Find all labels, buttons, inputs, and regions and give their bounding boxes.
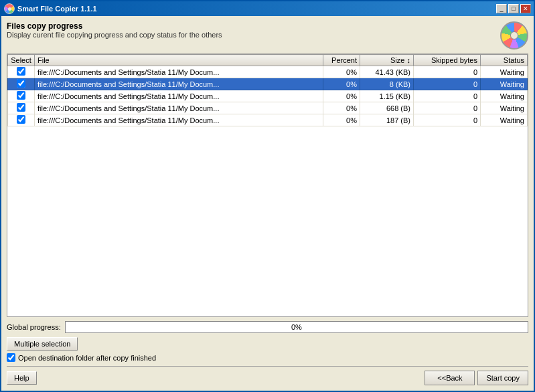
row-status: Waiting — [481, 90, 528, 102]
row-checkbox[interactable] — [17, 91, 25, 100]
window-title: Smart File Copier 1.1.1 — [17, 5, 97, 13]
row-checkbox[interactable] — [17, 115, 25, 124]
maximize-button[interactable]: □ — [508, 4, 519, 13]
bottom-buttons-row: Help <<Back Start copy — [7, 366, 528, 385]
table-header: Select File Percent Size ↕ Skipped bytes… — [8, 55, 528, 66]
start-copy-button[interactable]: Start copy — [477, 371, 528, 385]
row-checkbox[interactable] — [17, 67, 25, 76]
back-button[interactable]: <<Back — [425, 371, 475, 385]
row-size: 41.43 (KB) — [360, 66, 414, 78]
row-size: 187 (B) — [360, 114, 414, 126]
files-table-container: Select File Percent Size ↕ Skipped bytes… — [7, 54, 528, 317]
col-size: Size ↕ — [360, 55, 414, 66]
multiple-selection-button[interactable]: Multiple selection — [7, 337, 78, 351]
row-percent: 0% — [323, 78, 360, 90]
multi-select-row: Multiple selection — [7, 337, 528, 351]
cd-hole — [510, 31, 518, 39]
row-status: Waiting — [481, 78, 528, 90]
bottom-area: Global progress: 0% Multiple selection O… — [7, 321, 528, 385]
page-subtitle: Display curent file copying progress and… — [7, 31, 222, 39]
row-file: file:///C:/Documents and Settings/Statia… — [35, 78, 323, 90]
row-size: 8 (KB) — [360, 78, 414, 90]
row-skipped: 0 — [414, 66, 481, 78]
row-skipped: 0 — [414, 90, 481, 102]
progress-label: Global progress: — [7, 323, 61, 331]
title-buttons: _ □ ✕ — [496, 4, 531, 13]
row-skipped: 0 — [414, 102, 481, 114]
row-file: file:///C:/Documents and Settings/Statia… — [35, 114, 323, 126]
table-row[interactable]: file:///C:/Documents and Settings/Statia… — [8, 114, 528, 126]
title-bar-left: Smart File Copier 1.1.1 — [4, 3, 97, 14]
row-size: 1.15 (KB) — [360, 90, 414, 102]
row-percent: 0% — [323, 114, 360, 126]
row-status: Waiting — [481, 66, 528, 78]
row-skipped: 0 — [414, 114, 481, 126]
app-icon — [4, 3, 15, 14]
progress-row: Global progress: 0% — [7, 321, 528, 333]
open-dest-checkbox[interactable] — [7, 353, 15, 362]
row-file: file:///C:/Documents and Settings/Statia… — [35, 66, 323, 78]
row-percent: 0% — [323, 102, 360, 114]
col-select: Select — [8, 55, 35, 66]
col-percent: Percent — [323, 55, 360, 66]
col-skipped: Skipped bytes — [414, 55, 481, 66]
open-dest-row: Open destination folder after copy finis… — [7, 353, 528, 362]
progress-bar-container: 0% — [65, 321, 528, 333]
row-percent: 0% — [323, 90, 360, 102]
header-icon — [500, 21, 528, 50]
help-button[interactable]: Help — [7, 371, 37, 385]
col-file: File — [35, 55, 323, 66]
row-checkbox[interactable] — [17, 103, 25, 112]
bottom-right-buttons: <<Back Start copy — [425, 371, 528, 385]
minimize-button[interactable]: _ — [496, 4, 507, 13]
header-text: Files copy progress Display curent file … — [7, 21, 222, 39]
table-row[interactable]: file:///C:/Documents and Settings/Statia… — [8, 102, 528, 114]
table-row[interactable]: file:///C:/Documents and Settings/Statia… — [8, 78, 528, 90]
table-body: file:///C:/Documents and Settings/Statia… — [8, 66, 528, 126]
open-dest-label: Open destination folder after copy finis… — [18, 354, 156, 362]
row-size: 668 (B) — [360, 102, 414, 114]
row-skipped: 0 — [414, 78, 481, 90]
title-bar: Smart File Copier 1.1.1 _ □ ✕ — [1, 1, 534, 16]
table-row[interactable]: file:///C:/Documents and Settings/Statia… — [8, 90, 528, 102]
row-status: Waiting — [481, 102, 528, 114]
header-area: Files copy progress Display curent file … — [7, 21, 528, 50]
row-status: Waiting — [481, 114, 528, 126]
col-status: Status — [481, 55, 528, 66]
content-area: Files copy progress Display curent file … — [1, 16, 534, 391]
progress-bar-text: 0% — [66, 322, 528, 332]
files-table: Select File Percent Size ↕ Skipped bytes… — [7, 54, 528, 126]
table-row[interactable]: file:///C:/Documents and Settings/Statia… — [8, 66, 528, 78]
row-file: file:///C:/Documents and Settings/Statia… — [35, 102, 323, 114]
row-percent: 0% — [323, 66, 360, 78]
close-button[interactable]: ✕ — [520, 4, 531, 13]
row-file: file:///C:/Documents and Settings/Statia… — [35, 90, 323, 102]
main-window: Smart File Copier 1.1.1 _ □ ✕ Files copy… — [0, 0, 535, 392]
page-title: Files copy progress — [7, 21, 222, 31]
row-checkbox[interactable] — [17, 79, 25, 88]
